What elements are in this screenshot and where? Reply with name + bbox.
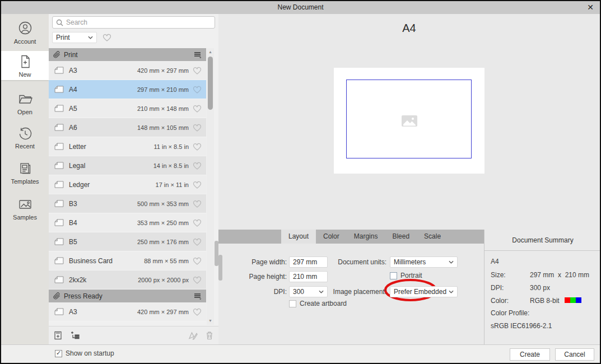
preset-size: 500 mm × 353 mm [137, 200, 189, 207]
settings-area: Layout Color Margins Bleed Scale Page wi… [218, 230, 484, 344]
preset-name: Business Card [69, 257, 144, 265]
sidebar-item-templates[interactable]: Templates [1, 157, 49, 188]
chevron-down-icon [449, 290, 454, 293]
page-height-input[interactable]: 210 mm [289, 271, 328, 282]
document-units-value: Millimeters [394, 258, 426, 266]
favorite-heart-icon[interactable] [193, 238, 202, 246]
sidebar-item-label: Templates [11, 178, 39, 185]
summary-title: Document Summary [484, 230, 601, 251]
favorite-heart-icon[interactable] [193, 86, 202, 94]
new-category-icon[interactable] [70, 331, 80, 340]
close-icon[interactable]: ✕ [586, 1, 595, 14]
sidebar-item-label: Open [17, 109, 32, 115]
preset-list-scrollbar[interactable]: ▲ ▼ [207, 48, 214, 325]
preset-row-b3[interactable]: B3 500 mm × 353 mm [49, 194, 206, 213]
preset-row-legal[interactable]: Legal 14 in × 8.5 in [49, 156, 206, 175]
preset-row-press-a3[interactable]: A3 420 mm × 297 mm [49, 302, 206, 321]
preset-row-business-card[interactable]: Business Card 88 mm × 55 mm [49, 251, 206, 270]
favorite-heart-icon[interactable] [193, 143, 202, 151]
preset-row-a5[interactable]: A5 210 mm × 148 mm [49, 99, 206, 118]
page-landscape-icon [54, 219, 64, 226]
chevron-down-icon [88, 36, 93, 39]
favorite-heart-icon[interactable] [193, 257, 202, 265]
search-box[interactable] [52, 16, 215, 29]
edit-preset-icon[interactable] [188, 331, 198, 340]
preset-row-2kx2k[interactable]: 2kx2k 2000 px × 2000 px [49, 270, 206, 290]
preview-preset-title: A4 [218, 22, 600, 35]
new-preset-icon[interactable] [54, 331, 62, 340]
tab-color[interactable]: Color [316, 230, 347, 244]
page-landscape-icon [54, 308, 64, 315]
cancel-button[interactable]: Cancel [555, 348, 594, 361]
preset-size: 88 mm × 55 mm [144, 258, 189, 264]
portrait-checkbox[interactable] [390, 272, 397, 279]
tab-scale[interactable]: Scale [417, 230, 448, 244]
favorite-heart-icon[interactable] [193, 124, 202, 132]
preset-name: A4 [69, 86, 137, 94]
red-swatch [565, 297, 570, 303]
settings-tabbar: Layout Color Margins Bleed Scale [218, 230, 484, 244]
samples-image-icon [17, 197, 33, 212]
sidebar-item-recent[interactable]: Recent [1, 123, 49, 152]
section-header-print[interactable]: Print [49, 48, 206, 61]
favorite-heart-icon[interactable] [193, 181, 202, 189]
section-header-press-ready[interactable]: Press Ready [49, 290, 206, 302]
favorite-heart-icon[interactable] [193, 105, 202, 113]
recent-clock-icon [17, 125, 33, 141]
filter-row: Print [52, 32, 215, 43]
favorite-heart-icon[interactable] [193, 308, 202, 316]
image-placement-dropdown[interactable]: Prefer Embedded [390, 286, 458, 297]
dpi-value: 300 [293, 288, 304, 296]
favorite-heart-icon[interactable] [193, 276, 202, 284]
section-menu-icon[interactable] [194, 293, 202, 300]
dialog-title: New Document [277, 3, 323, 11]
create-artboard-checkbox[interactable] [289, 300, 296, 307]
section-title: Print [64, 51, 194, 59]
tab-bleed[interactable]: Bleed [385, 230, 417, 244]
show-on-startup-checkbox[interactable] [55, 350, 62, 357]
blue-swatch [576, 297, 581, 303]
preset-row-b5[interactable]: B5 250 mm × 176 mm [49, 232, 206, 251]
panel-edge-scrollbar-thumb[interactable] [215, 241, 218, 266]
favorite-heart-icon[interactable] [193, 162, 202, 170]
tab-layout[interactable]: Layout [281, 230, 316, 244]
green-swatch [570, 297, 576, 303]
summary-color-value: RGB 8-bit [530, 297, 560, 305]
account-icon [17, 21, 33, 36]
favorite-heart-icon[interactable] [193, 200, 202, 208]
delete-preset-icon[interactable] [206, 331, 213, 340]
page-landscape-icon [54, 67, 64, 74]
favorites-heart-icon[interactable] [103, 34, 111, 41]
create-button[interactable]: Create [510, 348, 550, 361]
preset-row-b4[interactable]: B4 353 mm × 250 mm [49, 213, 206, 232]
search-input[interactable] [66, 18, 211, 26]
section-menu-icon[interactable] [194, 52, 202, 58]
chevron-down-icon [449, 260, 454, 264]
preset-size: 210 mm × 148 mm [137, 105, 189, 112]
preset-row-a4[interactable]: A4 297 mm × 210 mm [49, 80, 206, 99]
preset-row-a6[interactable]: A6 148 mm × 105 mm [49, 118, 206, 137]
scrollbar-thumb[interactable] [208, 57, 213, 110]
scroll-down-icon[interactable]: ▼ [207, 318, 214, 324]
sidebar-item-account[interactable]: Account [1, 18, 49, 47]
preset-row-a3[interactable]: A3 420 mm × 297 mm [49, 61, 206, 80]
sidebar-item-label: Account [14, 38, 36, 45]
paperclip-icon [53, 292, 60, 300]
sidebar-item-new[interactable]: New [1, 51, 49, 80]
sidebar-item-samples[interactable]: Samples [1, 193, 49, 223]
favorite-heart-icon[interactable] [193, 219, 202, 227]
scroll-up-icon[interactable]: ▲ [207, 49, 214, 55]
favorite-heart-icon[interactable] [193, 67, 202, 74]
layout-form: Page width: 297 mm Document units: Milli… [218, 244, 484, 344]
preset-name: 2kx2k [69, 276, 138, 284]
sidebar-item-open[interactable]: Open [1, 88, 49, 118]
preset-name: A5 [69, 105, 137, 113]
preset-size: 11 in × 8.5 in [154, 143, 189, 150]
category-filter-dropdown[interactable]: Print [52, 32, 97, 43]
preset-row-ledger[interactable]: Ledger 17 in × 11 in [49, 175, 206, 194]
document-units-dropdown[interactable]: Millimeters [390, 256, 458, 268]
image-placeholder-icon [401, 114, 418, 128]
preset-size: 353 mm × 250 mm [137, 220, 189, 226]
tab-margins[interactable]: Margins [347, 230, 385, 244]
preset-row-letter[interactable]: Letter 11 in × 8.5 in [49, 137, 206, 156]
